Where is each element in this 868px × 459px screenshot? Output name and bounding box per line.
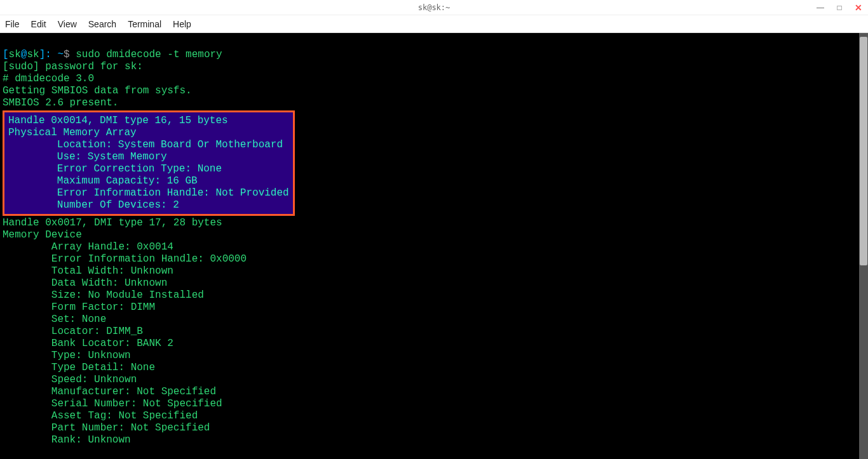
menu-edit[interactable]: Edit <box>31 19 46 29</box>
output-line: Type Detail: None <box>3 362 155 373</box>
output-line: Error Information Handle: 0x0000 <box>3 253 247 265</box>
output-line: Handle 0x0014, DMI type 16, 15 bytes <box>8 115 228 126</box>
prompt-close: ] <box>39 49 46 60</box>
prompt-colon: : <box>45 49 51 60</box>
output-line: [sudo] password for sk: <box>3 61 143 72</box>
output-line: Array Handle: 0x0014 <box>3 241 173 253</box>
menu-file[interactable]: File <box>5 19 20 29</box>
minimize-button[interactable]: — <box>811 0 830 15</box>
output-line: Physical Memory Array <box>8 127 137 138</box>
output-line: Serial Number: Not Specified <box>3 398 222 409</box>
output-line: Error Information Handle: Not Provided <box>8 187 289 199</box>
output-line: Location: System Board Or Motherboard <box>8 139 283 150</box>
output-line: Type: Unknown <box>3 350 131 361</box>
prompt-open: [ <box>3 49 9 60</box>
output-line: Number Of Devices: 2 <box>8 199 179 211</box>
prompt-host: sk <box>27 49 39 60</box>
output-line: Form Factor: DIMM <box>3 302 155 313</box>
output-line: # dmidecode 3.0 <box>3 73 94 84</box>
output-line: Speed: Unknown <box>3 374 137 385</box>
terminal-output: [sk@sk]: ~$ sudo dmidecode -t memory [su… <box>0 33 868 459</box>
terminal-area[interactable]: [sk@sk]: ~$ sudo dmidecode -t memory [su… <box>0 33 868 459</box>
output-line: Rank: Unknown <box>3 434 131 446</box>
prompt-user: sk <box>9 49 21 60</box>
output-line: Part Number: Not Specified <box>3 422 210 434</box>
menubar: File Edit View Search Terminal Help <box>0 15 868 33</box>
output-line: SMBIOS 2.6 present. <box>3 97 118 109</box>
output-line: Error Correction Type: None <box>8 163 222 175</box>
maximize-button[interactable]: □ <box>830 0 849 15</box>
output-line: Memory Device <box>3 229 82 241</box>
output-line: Maximum Capacity: 16 GB <box>8 175 198 187</box>
output-line: Handle 0x0017, DMI type 17, 28 bytes <box>3 217 222 229</box>
output-line: Size: No Module Installed <box>3 289 204 301</box>
output-line: Use: System Memory <box>8 151 167 163</box>
output-line: Locator: DIMM_B <box>3 326 143 337</box>
window-titlebar: sk@sk:~ — □ ✕ <box>0 0 868 15</box>
output-line: Bank Locator: BANK 2 <box>3 338 173 349</box>
output-line: Manufacturer: Not Specified <box>3 386 216 397</box>
output-line: Set: None <box>3 314 106 325</box>
prompt-path: ~ <box>51 49 64 60</box>
close-button[interactable]: ✕ <box>849 0 868 15</box>
window-controls: — □ ✕ <box>811 0 868 15</box>
scrollbar-thumb[interactable] <box>860 37 867 265</box>
output-line: Getting SMBIOS data from sysfs. <box>3 85 192 96</box>
command-text: sudo dmidecode -t memory <box>70 49 222 60</box>
menu-view[interactable]: View <box>58 19 77 29</box>
menu-terminal[interactable]: Terminal <box>128 19 161 29</box>
output-line: Data Width: Unknown <box>3 277 167 289</box>
output-line: Total Width: Unknown <box>3 265 173 277</box>
prompt-dollar: $ <box>64 49 70 60</box>
menu-help[interactable]: Help <box>173 19 191 29</box>
highlighted-block: Handle 0x0014, DMI type 16, 15 bytes Phy… <box>3 110 295 216</box>
output-line: Asset Tag: Not Specified <box>3 410 198 422</box>
window-title: sk@sk:~ <box>418 3 451 12</box>
prompt-at: @ <box>21 49 27 60</box>
terminal-scrollbar[interactable] <box>859 33 868 459</box>
menu-search[interactable]: Search <box>88 19 116 29</box>
